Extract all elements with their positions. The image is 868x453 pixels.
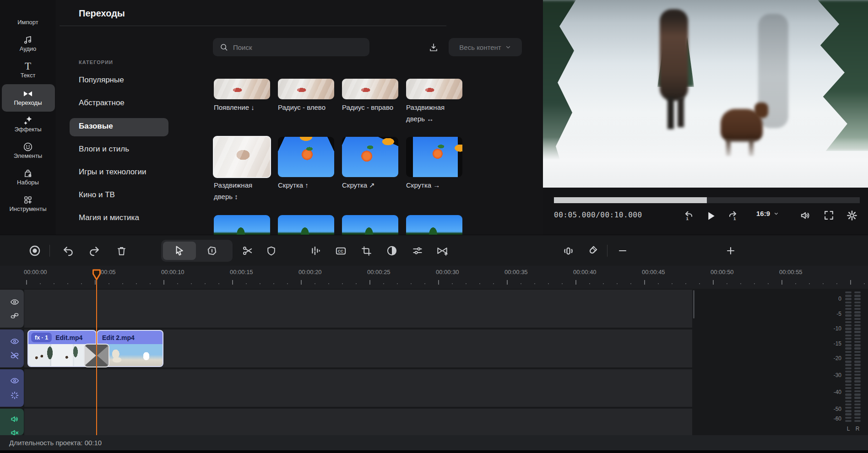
edit-mode-pill	[161, 240, 233, 262]
sidebar-item-text[interactable]: T Текст	[0, 60, 56, 79]
search-icon	[219, 43, 228, 52]
zoom-out-icon[interactable]	[617, 235, 628, 266]
track-row-overlay[interactable]	[24, 290, 692, 328]
sidebar-item-transitions[interactable]: Переходы	[0, 88, 56, 106]
category-popular[interactable]: Популярные	[79, 76, 193, 85]
transition-thumb-partial[interactable]	[278, 215, 334, 235]
eye-icon[interactable]	[10, 297, 20, 307]
dog-head	[754, 102, 768, 118]
toolbar-divider	[607, 235, 608, 266]
step-forward-one-icon[interactable]: 1	[727, 210, 739, 221]
transition-thumb-appear[interactable]	[214, 79, 270, 99]
undo-icon[interactable]	[62, 235, 74, 266]
transition-add-icon[interactable]	[436, 235, 449, 266]
transition-label: Радиус - вправо	[342, 102, 399, 113]
clip-sound-icon[interactable]	[562, 235, 575, 266]
sidebar-item-tools[interactable]: Инструменты	[0, 194, 56, 212]
meter-db-label: 0	[824, 296, 841, 302]
levels-icon[interactable]	[309, 235, 321, 266]
snow-particles-icon[interactable]	[10, 390, 20, 402]
aspect-ratio-dropdown[interactable]: 16:9	[756, 210, 779, 217]
crop-icon[interactable]	[361, 235, 372, 266]
transition-thumb-swirl-diag[interactable]	[342, 137, 398, 177]
meter-db-label: -50	[824, 406, 841, 412]
aspect-ratio-value: 16:9	[756, 210, 770, 217]
search-input[interactable]	[232, 43, 353, 52]
clip-name: Edit 2.mp4	[102, 334, 135, 341]
category-vlogs[interactable]: Влоги и стиль	[79, 145, 193, 154]
transition-thumb-radius-left[interactable]	[278, 79, 334, 99]
link-off-icon[interactable]	[10, 351, 20, 362]
transition-label: Радиус - влево	[278, 102, 335, 113]
sidebar-item-elements[interactable]: Элементы	[0, 141, 56, 159]
transition-thumb-sliding-door-h[interactable]	[406, 79, 462, 99]
eye-icon[interactable]	[10, 376, 20, 388]
timeline-scrollbar[interactable]	[693, 290, 694, 318]
text-icon: T	[0, 60, 56, 72]
transition-thumb-swirl-right[interactable]	[406, 137, 462, 177]
speaker-on-icon[interactable]	[10, 414, 20, 426]
track-row-effects[interactable]	[24, 369, 692, 407]
track-header-video	[0, 329, 24, 367]
contrast-icon[interactable]	[386, 235, 398, 266]
category-cinema[interactable]: Кино и ТВ	[79, 190, 193, 200]
playhead-line[interactable]	[96, 270, 97, 435]
transition-thumb-partial[interactable]	[342, 215, 398, 235]
filter-label: Весь контент	[459, 43, 501, 51]
timeline-ruler[interactable]: 00:00:00 00:00:05 00:00:10 00:00:15 00:0…	[0, 266, 868, 289]
content-filter-dropdown[interactable]: Весь контент	[449, 38, 522, 56]
category-basic[interactable]: Базовые	[79, 122, 193, 131]
ruler-label: 00:00:20	[298, 269, 322, 275]
fullscreen-icon[interactable]	[823, 210, 835, 221]
grid-plus-icon	[0, 194, 56, 205]
magnet-icon[interactable]	[586, 235, 598, 266]
scissors-icon[interactable]	[242, 235, 254, 266]
track-row-audio[interactable]	[24, 409, 692, 435]
ruler-label: 00:00:55	[779, 269, 803, 275]
step-back-one-icon[interactable]: 1	[683, 210, 694, 221]
ruler-label: 00:00:10	[161, 269, 184, 275]
volume-icon[interactable]	[799, 210, 811, 221]
video-preview[interactable]	[543, 0, 868, 188]
trash-icon[interactable]	[116, 235, 127, 266]
shield-icon[interactable]	[266, 235, 277, 266]
transition-thumb-partial[interactable]	[406, 215, 462, 235]
eye-icon[interactable]	[10, 336, 20, 348]
meter-db-label: -40	[824, 389, 841, 395]
category-games[interactable]: Игры и технологии	[79, 167, 193, 177]
sidebar-item-import[interactable]: Импорт	[0, 8, 56, 26]
link-icon[interactable]	[10, 311, 20, 321]
clip-name: Edit.mp4	[55, 334, 82, 341]
captions-icon[interactable]: CC	[335, 235, 347, 266]
preview-progress-fill	[554, 197, 707, 203]
sidebar-item-audio[interactable]: Аудио	[0, 34, 56, 52]
cursor-icon[interactable]	[173, 235, 185, 266]
project-duration-text: Длительность проекта: 00:10	[9, 439, 102, 447]
play-icon[interactable]	[704, 210, 717, 224]
ruler-label: 00:00:35	[505, 269, 528, 275]
search-box[interactable]	[213, 38, 369, 56]
record-icon[interactable]	[28, 235, 41, 266]
preview-progress-bar[interactable]	[554, 197, 860, 203]
sidebar-item-sets[interactable]: Наборы	[0, 168, 56, 186]
adjust-icon[interactable]	[412, 235, 423, 266]
gear-icon[interactable]	[846, 210, 858, 221]
transition-thumb-partial[interactable]	[214, 215, 270, 235]
snow-ground	[543, 137, 868, 188]
transition-thumb-swirl-up[interactable]	[278, 137, 334, 177]
download-icon[interactable]	[428, 42, 439, 53]
sparkles-icon	[0, 115, 56, 126]
meter-db-label: -30	[824, 372, 841, 378]
category-magic[interactable]: Магия и мистика	[79, 213, 193, 222]
panel-divider	[60, 26, 446, 26]
meter-db-label: -20	[824, 355, 841, 361]
fx-badge[interactable]: fx · 1	[31, 333, 52, 342]
playhead-marker[interactable]	[92, 269, 101, 283]
category-abstract[interactable]: Абстрактное	[79, 98, 193, 108]
redo-icon[interactable]	[88, 235, 100, 266]
transition-thumb-radius-right[interactable]	[342, 79, 398, 99]
zoom-in-icon[interactable]	[725, 235, 736, 266]
transition-thumb-sliding-door-v[interactable]	[213, 136, 271, 178]
blade-icon[interactable]	[206, 235, 218, 266]
sidebar-item-effects[interactable]: Эффекты	[0, 115, 56, 133]
